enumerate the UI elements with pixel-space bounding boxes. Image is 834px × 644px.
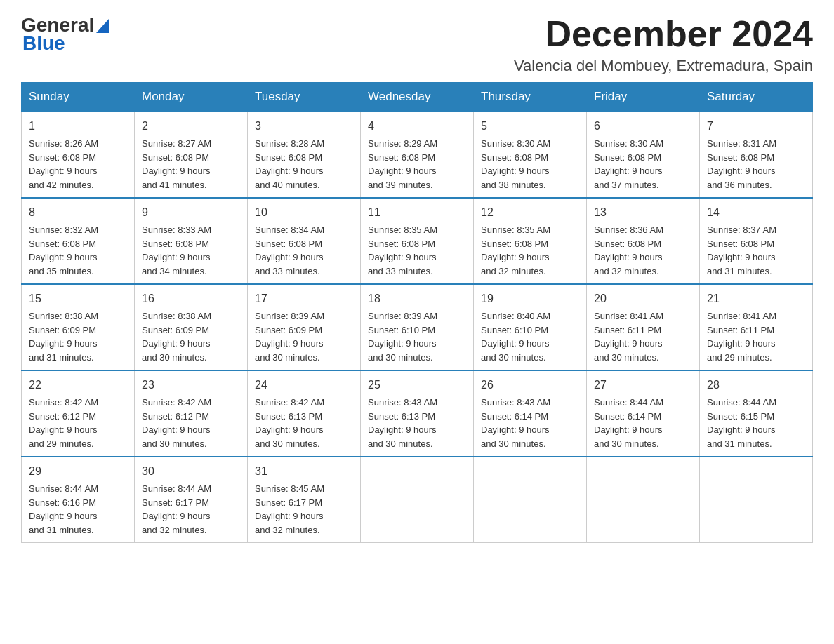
calendar-day-cell: 24Sunrise: 8:42 AMSunset: 6:13 PMDayligh… (248, 370, 361, 457)
day-info: Sunrise: 8:30 AMSunset: 6:08 PMDaylight:… (594, 138, 663, 190)
calendar-day-cell: 7Sunrise: 8:31 AMSunset: 6:08 PMDaylight… (700, 112, 813, 198)
day-info: Sunrise: 8:42 AMSunset: 6:12 PMDaylight:… (142, 397, 211, 449)
calendar-day-cell: 4Sunrise: 8:29 AMSunset: 6:08 PMDaylight… (361, 112, 474, 198)
calendar-day-cell: 1Sunrise: 8:26 AMSunset: 6:08 PMDaylight… (22, 112, 135, 198)
day-info: Sunrise: 8:42 AMSunset: 6:12 PMDaylight:… (29, 397, 98, 449)
day-info: Sunrise: 8:44 AMSunset: 6:16 PMDaylight:… (29, 483, 98, 535)
day-number: 13 (594, 204, 692, 221)
day-info: Sunrise: 8:35 AMSunset: 6:08 PMDaylight:… (368, 224, 437, 276)
day-number: 10 (255, 204, 353, 221)
day-number: 15 (29, 290, 127, 307)
empty-cell (587, 457, 700, 543)
day-info: Sunrise: 8:41 AMSunset: 6:11 PMDaylight:… (594, 311, 663, 363)
calendar-day-cell: 10Sunrise: 8:34 AMSunset: 6:08 PMDayligh… (248, 198, 361, 284)
calendar-day-cell: 22Sunrise: 8:42 AMSunset: 6:12 PMDayligh… (22, 370, 135, 457)
calendar-day-cell: 14Sunrise: 8:37 AMSunset: 6:08 PMDayligh… (700, 198, 813, 284)
calendar-week-row: 15Sunrise: 8:38 AMSunset: 6:09 PMDayligh… (22, 284, 813, 370)
day-info: Sunrise: 8:42 AMSunset: 6:13 PMDaylight:… (255, 397, 324, 449)
calendar-day-cell: 25Sunrise: 8:43 AMSunset: 6:13 PMDayligh… (361, 370, 474, 457)
day-info: Sunrise: 8:44 AMSunset: 6:14 PMDaylight:… (594, 397, 663, 449)
day-number: 27 (594, 377, 692, 394)
logo: General Blue (21, 14, 109, 55)
weekday-header-tuesday: Tuesday (248, 83, 361, 112)
calendar-day-cell: 16Sunrise: 8:38 AMSunset: 6:09 PMDayligh… (135, 284, 248, 370)
day-number: 21 (707, 290, 805, 307)
day-number: 31 (255, 463, 353, 480)
day-number: 11 (368, 204, 466, 221)
day-number: 22 (29, 377, 127, 394)
day-number: 29 (29, 463, 127, 480)
empty-cell (474, 457, 587, 543)
logo-blue: Blue (22, 32, 65, 55)
weekday-header-wednesday: Wednesday (361, 83, 474, 112)
day-number: 18 (368, 290, 466, 307)
calendar-day-cell: 23Sunrise: 8:42 AMSunset: 6:12 PMDayligh… (135, 370, 248, 457)
calendar-day-cell: 6Sunrise: 8:30 AMSunset: 6:08 PMDaylight… (587, 112, 700, 198)
month-title: December 2024 (514, 14, 813, 54)
day-info: Sunrise: 8:35 AMSunset: 6:08 PMDaylight:… (481, 224, 550, 276)
day-number: 24 (255, 377, 353, 394)
calendar-day-cell: 29Sunrise: 8:44 AMSunset: 6:16 PMDayligh… (22, 457, 135, 543)
day-number: 14 (707, 204, 805, 221)
day-number: 20 (594, 290, 692, 307)
day-number: 8 (29, 204, 127, 221)
weekday-header-thursday: Thursday (474, 83, 587, 112)
day-info: Sunrise: 8:39 AMSunset: 6:09 PMDaylight:… (255, 311, 324, 363)
day-info: Sunrise: 8:38 AMSunset: 6:09 PMDaylight:… (29, 311, 98, 363)
day-info: Sunrise: 8:26 AMSunset: 6:08 PMDaylight:… (29, 138, 98, 190)
calendar-day-cell: 3Sunrise: 8:28 AMSunset: 6:08 PMDaylight… (248, 112, 361, 198)
day-info: Sunrise: 8:32 AMSunset: 6:08 PMDaylight:… (29, 224, 98, 276)
calendar-day-cell: 15Sunrise: 8:38 AMSunset: 6:09 PMDayligh… (22, 284, 135, 370)
calendar-day-cell: 9Sunrise: 8:33 AMSunset: 6:08 PMDaylight… (135, 198, 248, 284)
calendar-day-cell: 8Sunrise: 8:32 AMSunset: 6:08 PMDaylight… (22, 198, 135, 284)
calendar-day-cell: 26Sunrise: 8:43 AMSunset: 6:14 PMDayligh… (474, 370, 587, 457)
weekday-header-saturday: Saturday (700, 83, 813, 112)
day-info: Sunrise: 8:41 AMSunset: 6:11 PMDaylight:… (707, 311, 776, 363)
day-number: 6 (594, 118, 692, 135)
weekday-header-row: SundayMondayTuesdayWednesdayThursdayFrid… (22, 83, 813, 112)
calendar-day-cell: 27Sunrise: 8:44 AMSunset: 6:14 PMDayligh… (587, 370, 700, 457)
day-info: Sunrise: 8:37 AMSunset: 6:08 PMDaylight:… (707, 224, 776, 276)
calendar-week-row: 29Sunrise: 8:44 AMSunset: 6:16 PMDayligh… (22, 457, 813, 543)
calendar-day-cell: 20Sunrise: 8:41 AMSunset: 6:11 PMDayligh… (587, 284, 700, 370)
calendar-week-row: 8Sunrise: 8:32 AMSunset: 6:08 PMDaylight… (22, 198, 813, 284)
day-info: Sunrise: 8:30 AMSunset: 6:08 PMDaylight:… (481, 138, 550, 190)
day-number: 1 (29, 118, 127, 135)
day-info: Sunrise: 8:34 AMSunset: 6:08 PMDaylight:… (255, 224, 324, 276)
empty-cell (361, 457, 474, 543)
day-number: 30 (142, 463, 240, 480)
calendar-day-cell: 18Sunrise: 8:39 AMSunset: 6:10 PMDayligh… (361, 284, 474, 370)
calendar-week-row: 22Sunrise: 8:42 AMSunset: 6:12 PMDayligh… (22, 370, 813, 457)
day-number: 28 (707, 377, 805, 394)
weekday-header-sunday: Sunday (22, 83, 135, 112)
day-number: 5 (481, 118, 579, 135)
calendar-day-cell: 12Sunrise: 8:35 AMSunset: 6:08 PMDayligh… (474, 198, 587, 284)
day-info: Sunrise: 8:45 AMSunset: 6:17 PMDaylight:… (255, 483, 324, 535)
day-info: Sunrise: 8:28 AMSunset: 6:08 PMDaylight:… (255, 138, 324, 190)
day-number: 23 (142, 377, 240, 394)
day-number: 2 (142, 118, 240, 135)
title-area: December 2024 Valencia del Mombuey, Extr… (514, 14, 813, 75)
day-info: Sunrise: 8:36 AMSunset: 6:08 PMDaylight:… (594, 224, 663, 276)
day-number: 16 (142, 290, 240, 307)
location-title: Valencia del Mombuey, Extremadura, Spain (514, 57, 813, 75)
page-header: General Blue December 2024 Valencia del … (21, 14, 813, 75)
calendar-day-cell: 21Sunrise: 8:41 AMSunset: 6:11 PMDayligh… (700, 284, 813, 370)
svg-marker-0 (96, 19, 109, 33)
logo-triangle-icon (96, 19, 109, 33)
calendar-day-cell: 28Sunrise: 8:44 AMSunset: 6:15 PMDayligh… (700, 370, 813, 457)
weekday-header-friday: Friday (587, 83, 700, 112)
day-info: Sunrise: 8:43 AMSunset: 6:13 PMDaylight:… (368, 397, 437, 449)
day-info: Sunrise: 8:40 AMSunset: 6:10 PMDaylight:… (481, 311, 550, 363)
day-info: Sunrise: 8:33 AMSunset: 6:08 PMDaylight:… (142, 224, 211, 276)
day-number: 9 (142, 204, 240, 221)
calendar-day-cell: 17Sunrise: 8:39 AMSunset: 6:09 PMDayligh… (248, 284, 361, 370)
calendar-day-cell: 13Sunrise: 8:36 AMSunset: 6:08 PMDayligh… (587, 198, 700, 284)
calendar-week-row: 1Sunrise: 8:26 AMSunset: 6:08 PMDaylight… (22, 112, 813, 198)
day-number: 12 (481, 204, 579, 221)
day-info: Sunrise: 8:44 AMSunset: 6:17 PMDaylight:… (142, 483, 211, 535)
day-info: Sunrise: 8:43 AMSunset: 6:14 PMDaylight:… (481, 397, 550, 449)
weekday-header-monday: Monday (135, 83, 248, 112)
day-info: Sunrise: 8:44 AMSunset: 6:15 PMDaylight:… (707, 397, 776, 449)
calendar-day-cell: 30Sunrise: 8:44 AMSunset: 6:17 PMDayligh… (135, 457, 248, 543)
